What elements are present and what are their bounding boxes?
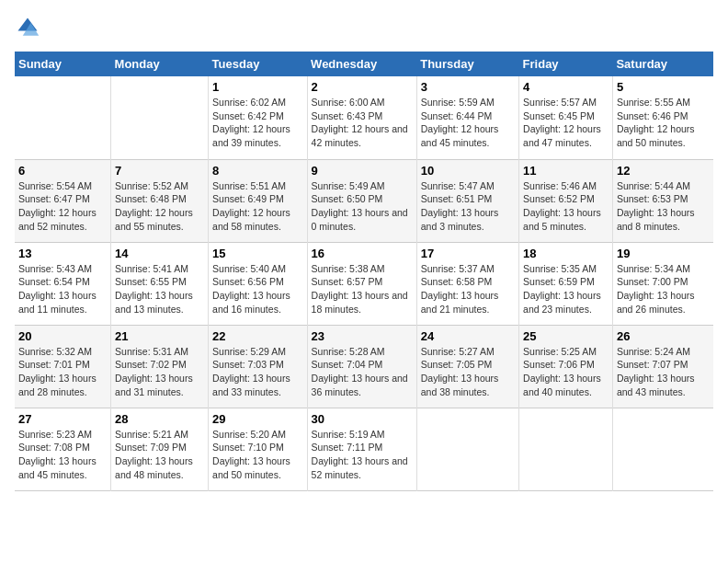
day-info: Sunrise: 6:00 AM Sunset: 6:43 PM Dayligh… <box>312 96 413 150</box>
day-number: 19 <box>617 247 710 260</box>
calendar-cell: 16Sunrise: 5:38 AM Sunset: 6:57 PM Dayli… <box>307 242 416 325</box>
day-info: Sunrise: 5:27 AM Sunset: 7:05 PM Dayligh… <box>421 345 515 399</box>
calendar-cell: 20Sunrise: 5:32 AM Sunset: 7:01 PM Dayli… <box>15 325 111 408</box>
day-number: 4 <box>523 80 609 94</box>
day-number: 13 <box>18 247 107 260</box>
calendar-cell <box>416 408 518 490</box>
day-number: 17 <box>421 247 515 260</box>
page-header <box>15 15 713 40</box>
day-header-monday: Monday <box>111 52 209 76</box>
day-info: Sunrise: 5:52 AM Sunset: 6:48 PM Dayligh… <box>115 179 204 234</box>
day-info: Sunrise: 6:02 AM Sunset: 6:42 PM Dayligh… <box>212 96 303 150</box>
day-info: Sunrise: 5:25 AM Sunset: 7:06 PM Dayligh… <box>523 345 609 399</box>
day-number: 5 <box>617 80 710 94</box>
day-number: 29 <box>212 412 303 426</box>
calendar-cell: 25Sunrise: 5:25 AM Sunset: 7:06 PM Dayli… <box>519 325 613 408</box>
day-info: Sunrise: 5:31 AM Sunset: 7:02 PM Dayligh… <box>115 345 204 399</box>
calendar-cell: 3Sunrise: 5:59 AM Sunset: 6:44 PM Daylig… <box>416 76 518 159</box>
day-header-friday: Friday <box>519 52 613 76</box>
calendar-cell: 14Sunrise: 5:41 AM Sunset: 6:55 PM Dayli… <box>111 242 209 325</box>
calendar-cell <box>111 76 209 159</box>
calendar-cell: 6Sunrise: 5:54 AM Sunset: 6:47 PM Daylig… <box>15 159 111 242</box>
calendar-cell: 5Sunrise: 5:55 AM Sunset: 6:46 PM Daylig… <box>612 76 713 159</box>
calendar-cell: 26Sunrise: 5:24 AM Sunset: 7:07 PM Dayli… <box>612 325 713 408</box>
day-number: 1 <box>212 80 303 94</box>
calendar-cell: 2Sunrise: 6:00 AM Sunset: 6:43 PM Daylig… <box>307 76 416 159</box>
day-number: 14 <box>115 247 204 260</box>
day-number: 28 <box>115 412 204 426</box>
calendar-cell: 12Sunrise: 5:44 AM Sunset: 6:53 PM Dayli… <box>612 159 713 242</box>
calendar-cell: 28Sunrise: 5:21 AM Sunset: 7:09 PM Dayli… <box>111 408 209 490</box>
day-number: 25 <box>523 329 609 343</box>
calendar-week-4: 20Sunrise: 5:32 AM Sunset: 7:01 PM Dayli… <box>15 325 713 408</box>
day-info: Sunrise: 5:28 AM Sunset: 7:04 PM Dayligh… <box>312 345 413 399</box>
day-info: Sunrise: 5:40 AM Sunset: 6:56 PM Dayligh… <box>212 262 303 316</box>
day-info: Sunrise: 5:35 AM Sunset: 6:59 PM Dayligh… <box>523 262 609 316</box>
day-number: 20 <box>18 329 107 343</box>
day-info: Sunrise: 5:43 AM Sunset: 6:54 PM Dayligh… <box>18 262 107 316</box>
day-info: Sunrise: 5:41 AM Sunset: 6:55 PM Dayligh… <box>115 262 204 316</box>
logo-icon <box>15 15 40 40</box>
calendar-cell: 27Sunrise: 5:23 AM Sunset: 7:08 PM Dayli… <box>15 408 111 490</box>
day-info: Sunrise: 5:23 AM Sunset: 7:08 PM Dayligh… <box>18 428 107 482</box>
day-info: Sunrise: 5:34 AM Sunset: 7:00 PM Dayligh… <box>617 262 710 316</box>
day-info: Sunrise: 5:47 AM Sunset: 6:51 PM Dayligh… <box>421 179 515 234</box>
day-info: Sunrise: 5:29 AM Sunset: 7:03 PM Dayligh… <box>212 345 303 399</box>
calendar-week-1: 1Sunrise: 6:02 AM Sunset: 6:42 PM Daylig… <box>15 76 713 159</box>
day-number: 2 <box>312 80 413 94</box>
day-header-sunday: Sunday <box>15 52 111 76</box>
calendar-cell: 11Sunrise: 5:46 AM Sunset: 6:52 PM Dayli… <box>519 159 613 242</box>
calendar-cell: 13Sunrise: 5:43 AM Sunset: 6:54 PM Dayli… <box>15 242 111 325</box>
day-number: 30 <box>312 412 413 426</box>
day-number: 7 <box>115 164 204 178</box>
calendar-cell: 10Sunrise: 5:47 AM Sunset: 6:51 PM Dayli… <box>416 159 518 242</box>
calendar-cell: 30Sunrise: 5:19 AM Sunset: 7:11 PM Dayli… <box>307 408 416 490</box>
day-header-saturday: Saturday <box>612 52 713 76</box>
day-info: Sunrise: 5:55 AM Sunset: 6:46 PM Dayligh… <box>617 96 710 150</box>
day-number: 18 <box>523 247 609 260</box>
day-header-thursday: Thursday <box>416 52 518 76</box>
header-row: SundayMondayTuesdayWednesdayThursdayFrid… <box>15 52 713 76</box>
day-header-tuesday: Tuesday <box>209 52 308 76</box>
day-header-wednesday: Wednesday <box>307 52 416 76</box>
day-number: 22 <box>212 329 303 343</box>
day-number: 6 <box>18 164 107 178</box>
day-number: 3 <box>421 80 515 94</box>
calendar-cell <box>519 408 613 490</box>
calendar-cell <box>612 408 713 490</box>
calendar-cell: 18Sunrise: 5:35 AM Sunset: 6:59 PM Dayli… <box>519 242 613 325</box>
calendar-table: SundayMondayTuesdayWednesdayThursdayFrid… <box>15 52 713 491</box>
calendar-cell: 17Sunrise: 5:37 AM Sunset: 6:58 PM Dayli… <box>416 242 518 325</box>
calendar-cell: 19Sunrise: 5:34 AM Sunset: 7:00 PM Dayli… <box>612 242 713 325</box>
calendar-cell: 4Sunrise: 5:57 AM Sunset: 6:45 PM Daylig… <box>519 76 613 159</box>
day-info: Sunrise: 5:20 AM Sunset: 7:10 PM Dayligh… <box>212 428 303 482</box>
day-info: Sunrise: 5:21 AM Sunset: 7:09 PM Dayligh… <box>115 428 204 482</box>
calendar-cell: 7Sunrise: 5:52 AM Sunset: 6:48 PM Daylig… <box>111 159 209 242</box>
day-number: 12 <box>617 164 710 178</box>
calendar-cell: 1Sunrise: 6:02 AM Sunset: 6:42 PM Daylig… <box>209 76 308 159</box>
day-info: Sunrise: 5:54 AM Sunset: 6:47 PM Dayligh… <box>18 179 107 234</box>
day-info: Sunrise: 5:32 AM Sunset: 7:01 PM Dayligh… <box>18 345 107 399</box>
calendar-cell: 23Sunrise: 5:28 AM Sunset: 7:04 PM Dayli… <box>307 325 416 408</box>
day-number: 8 <box>212 164 303 178</box>
day-number: 26 <box>617 329 710 343</box>
day-info: Sunrise: 5:44 AM Sunset: 6:53 PM Dayligh… <box>617 179 710 234</box>
calendar-cell: 9Sunrise: 5:49 AM Sunset: 6:50 PM Daylig… <box>307 159 416 242</box>
day-info: Sunrise: 5:24 AM Sunset: 7:07 PM Dayligh… <box>617 345 710 399</box>
calendar-cell: 21Sunrise: 5:31 AM Sunset: 7:02 PM Dayli… <box>111 325 209 408</box>
day-number: 21 <box>115 329 204 343</box>
day-number: 16 <box>312 247 413 260</box>
day-info: Sunrise: 5:59 AM Sunset: 6:44 PM Dayligh… <box>421 96 515 150</box>
calendar-cell: 15Sunrise: 5:40 AM Sunset: 6:56 PM Dayli… <box>209 242 308 325</box>
day-number: 10 <box>421 164 515 178</box>
calendar-cell <box>15 76 111 159</box>
day-info: Sunrise: 5:51 AM Sunset: 6:49 PM Dayligh… <box>212 179 303 234</box>
day-number: 11 <box>523 164 609 178</box>
calendar-week-2: 6Sunrise: 5:54 AM Sunset: 6:47 PM Daylig… <box>15 159 713 242</box>
day-number: 27 <box>18 412 107 426</box>
calendar-cell: 29Sunrise: 5:20 AM Sunset: 7:10 PM Dayli… <box>209 408 308 490</box>
day-info: Sunrise: 5:57 AM Sunset: 6:45 PM Dayligh… <box>523 96 609 150</box>
day-number: 9 <box>312 164 413 178</box>
calendar-cell: 22Sunrise: 5:29 AM Sunset: 7:03 PM Dayli… <box>209 325 308 408</box>
logo <box>15 15 44 40</box>
